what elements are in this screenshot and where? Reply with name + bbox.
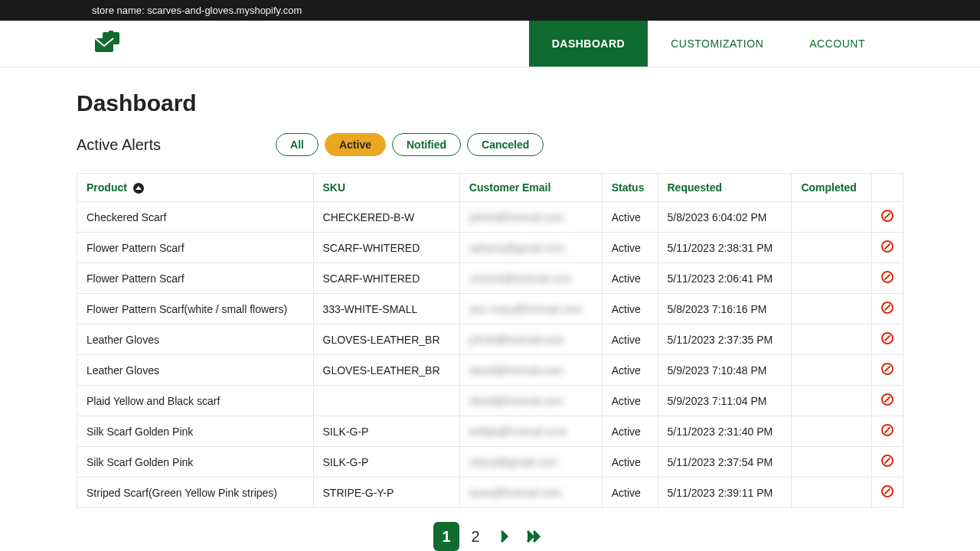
cell-product: Leather Gloves [77,324,314,355]
page-next[interactable] [492,522,518,551]
cell-status: Active [602,263,658,294]
page-1[interactable]: 1 [433,522,459,551]
cell-sku: GLOVES-LEATHER_BR [313,355,459,386]
nav-item-account[interactable]: ACCOUNT [786,21,888,67]
cell-requested: 5/9/2023 7:11:04 PM [658,386,792,416]
page-2[interactable]: 2 [462,522,488,551]
cancel-icon[interactable] [881,424,893,436]
cancel-icon[interactable] [881,210,893,222]
cell-requested: 5/8/2023 6:04:02 PM [658,202,792,233]
cell-completed [792,263,872,294]
table-row: Flower Pattern Scarf(white / small flowe… [77,294,903,324]
cell-email: david@hotmail.com [459,355,602,386]
cancel-icon[interactable] [881,393,893,406]
cell-product: Checkered Scarf [77,202,314,233]
col-product[interactable]: Product [77,174,314,202]
cell-email: bellab@hotmail.com [459,416,602,447]
cell-requested: 5/11/2023 2:06:41 PM [658,263,792,294]
section-title: Active Alerts [77,136,161,154]
main-navbar: DASHBOARD CUSTOMIZATION ACCOUNT [0,21,980,67]
cell-status: Active [602,324,658,355]
cell-product: Flower Pattern Scarf(white / small flowe… [77,294,314,324]
cancel-icon[interactable] [881,332,893,344]
cell-email: laura@hotmail.com [459,478,602,508]
cell-requested: 5/11/2023 2:37:35 PM [658,324,792,355]
cell-status: Active [602,386,658,416]
cell-email: adriana@gmail.com [459,233,602,263]
cell-completed [792,447,872,478]
cell-status: Active [602,355,658,386]
cell-status: Active [602,447,658,478]
cell-sku: SCARF-WHITERED [313,263,459,294]
cell-email: victoria@hotmail.com [459,263,602,294]
cell-requested: 5/11/2023 2:37:54 PM [658,447,792,478]
filter-canceled[interactable]: Canceled [467,133,544,156]
cancel-icon[interactable] [881,302,893,314]
cell-completed [792,202,872,233]
cell-sku: GLOVES-LEATHER_BR [313,324,459,355]
cell-product: Silk Scarf Golden Pink [77,447,314,478]
cell-product: Striped Scarf(Green Yellow Pink stripes) [77,478,314,508]
cell-email: david@hotmail.com [459,386,602,416]
cell-completed [792,324,872,355]
table-row: Checkered ScarfCHECKERED-B-Wjohnb@hotmai… [77,202,903,233]
nav-item-dashboard[interactable]: DASHBOARD [529,21,648,67]
table-row: Striped Scarf(Green Yellow Pink stripes)… [77,478,903,508]
col-status[interactable]: Status [602,174,658,202]
cell-sku: SILK-G-P [313,447,459,478]
cell-completed [792,386,872,416]
cell-email: ann.mary@hotmail.com [459,294,602,324]
cancel-icon[interactable] [881,455,893,467]
store-name-label: store name: scarves-and-gloves.myshopify… [92,5,302,16]
nav-links: DASHBOARD CUSTOMIZATION ACCOUNT [529,21,888,67]
filter-pills: All Active Notified Canceled [276,133,544,156]
table-row: Silk Scarf Golden PinkSILK-G-Pbellab@hot… [77,416,903,447]
cell-requested: 5/11/2023 2:31:40 PM [658,416,792,447]
top-store-bar: store name: scarves-and-gloves.myshopify… [0,0,980,21]
col-completed[interactable]: Completed [792,174,872,202]
app-logo [92,31,124,57]
sort-asc-icon [133,183,144,194]
page-last[interactable] [521,522,547,551]
cell-requested: 5/8/2023 7:16:16 PM [658,294,792,324]
page-title: Dashboard [77,90,903,116]
cell-sku: SCARF-WHITERED [313,233,459,263]
cell-sku: SILK-G-P [313,416,459,447]
cancel-icon[interactable] [881,363,893,375]
nav-item-customization[interactable]: CUSTOMIZATION [648,21,786,67]
filter-active[interactable]: Active [325,133,386,156]
table-row: Leather GlovesGLOVES-LEATHER_BRdavid@hot… [77,355,903,386]
cell-sku: CHECKERED-B-W [313,202,459,233]
cell-completed [792,294,872,324]
cancel-icon[interactable] [881,240,893,253]
table-row: Flower Pattern ScarfSCARF-WHITEREDadrian… [77,233,903,263]
col-sku[interactable]: SKU [313,174,459,202]
col-actions [872,174,903,202]
cell-sku: STRIPE-G-Y-P [313,478,459,508]
filter-notified[interactable]: Notified [392,133,461,156]
cell-sku: 333-WHITE-SMALL [313,294,459,324]
table-row: Flower Pattern ScarfSCARF-WHITEREDvictor… [77,263,903,294]
filter-all[interactable]: All [276,133,318,156]
cell-product: Plaid Yellow and Black scarf [77,386,314,416]
cell-status: Active [602,233,658,263]
col-email[interactable]: Customer Email [459,174,602,202]
main-content: Dashboard Active Alerts All Active Notif… [77,67,903,551]
cell-product: Leather Gloves [77,355,314,386]
cell-status: Active [602,294,658,324]
alerts-table: Product SKU Customer Email Status Reques… [77,173,903,508]
cancel-icon[interactable] [881,271,893,283]
table-row: Plaid Yellow and Black scarfdavid@hotmai… [77,386,903,416]
cell-status: Active [602,478,658,508]
cell-completed [792,355,872,386]
cancel-icon[interactable] [881,485,893,497]
table-row: Leather GlovesGLOVES-LEATHER_BRjohnb@hot… [77,324,903,355]
cell-status: Active [602,416,658,447]
pagination: 1 2 [77,522,903,551]
cell-email: cheryl@gmail.com [459,447,602,478]
cell-completed [792,233,872,263]
col-requested[interactable]: Requested [658,174,792,202]
cell-completed [792,478,872,508]
svg-rect-1 [109,31,113,34]
cell-sku [313,386,459,416]
